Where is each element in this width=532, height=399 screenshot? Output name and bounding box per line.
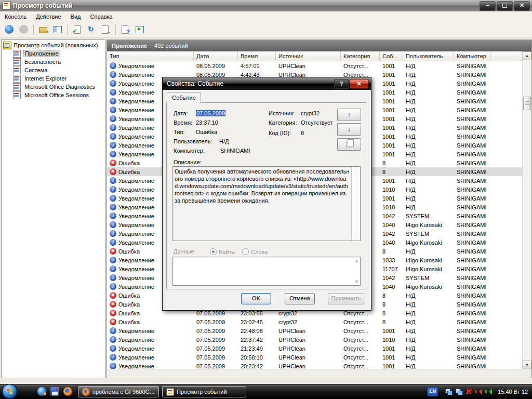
cell-category: Отсутст... bbox=[341, 317, 380, 326]
cell-computer: SHINIGAMI bbox=[454, 88, 490, 97]
network-icon[interactable] bbox=[445, 389, 453, 395]
type-value: Ошибка bbox=[196, 129, 217, 135]
scroll-thumb[interactable] bbox=[523, 97, 531, 110]
type-label: Уведомление bbox=[118, 125, 154, 131]
scroll-down-button[interactable]: ▼ bbox=[523, 361, 531, 369]
column-header-3[interactable]: Источник bbox=[276, 51, 341, 61]
help-button[interactable] bbox=[118, 23, 132, 36]
quick-launch-firefox-icon[interactable] bbox=[63, 387, 72, 396]
info-icon: i bbox=[110, 142, 116, 149]
scroll-up-button[interactable]: ▲ bbox=[523, 51, 531, 60]
cancel-button[interactable]: Отмена bbox=[285, 293, 315, 304]
sidebar-item-4[interactable]: Microsoft Office Diagnostics bbox=[2, 83, 105, 91]
show-detail-pane-button[interactable] bbox=[132, 23, 147, 36]
description-scrollbar[interactable] bbox=[351, 167, 360, 241]
vertical-scrollbar[interactable]: ▲ ▼ bbox=[522, 51, 531, 369]
minimize-button[interactable]: – bbox=[480, 1, 496, 11]
info-icon: i bbox=[110, 71, 116, 78]
type-label: Уведомление bbox=[118, 81, 154, 87]
description-box[interactable]: Ошибка получения автоматического обновле… bbox=[172, 166, 361, 241]
cell-event: 8 bbox=[380, 167, 403, 176]
date-value[interactable]: 07.05.2009 bbox=[196, 110, 225, 116]
cell-user: Н/Д bbox=[403, 79, 454, 88]
type-label: Уведомление bbox=[118, 89, 154, 96]
column-header-8[interactable] bbox=[490, 51, 523, 61]
words-radio[interactable]: Слова bbox=[242, 247, 268, 255]
column-header-6[interactable]: Пользователь bbox=[403, 51, 454, 61]
sidebar-item-0[interactable]: Приложение bbox=[2, 49, 105, 58]
data-box[interactable]: ▲ ▼ bbox=[172, 257, 361, 286]
bytes-radio[interactable]: Байты bbox=[210, 247, 235, 255]
event-row[interactable]: iУведомление07.05.200922:37:42UPHCleanОт… bbox=[107, 335, 523, 344]
cell-category: Отсутст... bbox=[341, 335, 380, 344]
up-level-button[interactable] bbox=[36, 23, 50, 36]
column-header-4[interactable]: Категория bbox=[341, 51, 380, 61]
event-row[interactable]: iУведомление07.05.200920:58:10UPHCleanОт… bbox=[107, 353, 523, 362]
copy-event-button[interactable] bbox=[337, 138, 361, 151]
dialog-close-button[interactable]: ✕ bbox=[350, 79, 368, 89]
ok-button[interactable]: OK bbox=[241, 293, 271, 304]
cell-user: Н/Д bbox=[403, 176, 454, 185]
event-row[interactable]: iУведомление07.05.200920:23:42UPHCleanОт… bbox=[107, 362, 523, 369]
task-button-1[interactable]: Просмотр событий bbox=[162, 386, 246, 397]
horizontal-scrollbar-track[interactable] bbox=[107, 369, 531, 378]
menu-item-3[interactable]: Справка bbox=[86, 12, 117, 21]
back-button[interactable] bbox=[2, 23, 17, 36]
export-list-button[interactable] bbox=[99, 23, 113, 36]
menu-item-0[interactable]: Консоль bbox=[0, 12, 31, 21]
dialog-help-button[interactable]: ? bbox=[334, 79, 349, 89]
type-label: Уведомление bbox=[118, 107, 154, 113]
menu-item-1[interactable]: Действие bbox=[31, 12, 65, 21]
muted-speaker-icon[interactable] bbox=[475, 389, 482, 395]
cell-computer: SHINIGAMI bbox=[454, 185, 490, 194]
quick-launch-globe-icon[interactable] bbox=[37, 387, 46, 396]
cell-user: Н/Д bbox=[403, 61, 454, 70]
cell-event: 1001 bbox=[380, 114, 403, 123]
cell-user: Н/Д bbox=[403, 185, 454, 194]
language-indicator[interactable]: EN bbox=[427, 387, 438, 396]
menu-item-2[interactable]: Вид bbox=[66, 12, 86, 21]
task-button-label: проблема с GF9600G... bbox=[92, 389, 154, 395]
next-event-button[interactable]: ↓ bbox=[337, 123, 361, 136]
cell-computer: SHINIGAMI bbox=[454, 61, 490, 70]
column-header-1[interactable]: Дата bbox=[194, 51, 238, 61]
quick-launch-save-icon[interactable] bbox=[50, 387, 59, 396]
event-row[interactable]: ✕Ошибка07.05.200923:02:45crypt32Отсутст.… bbox=[107, 317, 523, 326]
kaspersky-icon[interactable]: K bbox=[466, 388, 472, 396]
tree-root[interactable]: Просмотр событий (локальных) bbox=[2, 41, 105, 49]
sidebar-item-5[interactable]: Microsoft Office Sessions bbox=[2, 91, 105, 99]
column-header-5[interactable]: Соб... bbox=[380, 51, 403, 61]
type-label: Ошибка bbox=[118, 160, 140, 166]
cell-computer: SHINIGAMI bbox=[454, 114, 490, 123]
sidebar-item-2[interactable]: Система bbox=[2, 66, 105, 74]
previous-event-button[interactable]: ↑ bbox=[337, 109, 361, 121]
cell-time: 20:23:42 bbox=[238, 362, 276, 369]
cell-type: iУведомление bbox=[107, 335, 194, 344]
event-row[interactable]: iУведомление07.05.200922:48:08UPHCleanОт… bbox=[107, 326, 523, 335]
column-header-2[interactable]: Время bbox=[238, 51, 276, 61]
refresh-button[interactable] bbox=[84, 23, 99, 36]
start-button[interactable] bbox=[2, 384, 17, 399]
cell-computer: SHINIGAMI bbox=[454, 309, 490, 317]
close-button[interactable]: ✕ bbox=[514, 1, 530, 11]
restore-button[interactable] bbox=[497, 1, 513, 11]
tab-event[interactable]: Событие bbox=[167, 92, 201, 103]
network-icon-2[interactable] bbox=[456, 389, 463, 395]
cell-computer: SHINIGAMI bbox=[454, 167, 490, 176]
toolbar-separator bbox=[67, 24, 68, 35]
event-row[interactable]: iУведомление07.05.200921:23:49UPHCleanОт… bbox=[107, 344, 523, 353]
column-header-7[interactable]: Компьютер bbox=[454, 51, 490, 61]
column-header-0[interactable]: Тип bbox=[107, 51, 194, 61]
properties-button[interactable] bbox=[70, 23, 84, 36]
cell-time: 20:58:10 bbox=[238, 353, 276, 362]
task-button-0[interactable]: проблема с GF9600G... bbox=[78, 386, 159, 397]
cell-type: ✕Ошибка bbox=[107, 317, 194, 326]
type-label: Ошибка bbox=[118, 169, 140, 175]
sidebar-item-3[interactable]: Internet Explorer bbox=[2, 74, 105, 83]
error-icon: ✕ bbox=[110, 168, 116, 175]
show-console-tree-button[interactable] bbox=[50, 23, 65, 36]
event-row[interactable]: iУведомление08.05.20094:57:01UPHCleanОтс… bbox=[107, 61, 523, 70]
apply-button[interactable]: Применить bbox=[328, 293, 364, 304]
volume-icon[interactable] bbox=[485, 389, 491, 395]
sidebar-item-1[interactable]: Безопасность bbox=[2, 58, 105, 66]
